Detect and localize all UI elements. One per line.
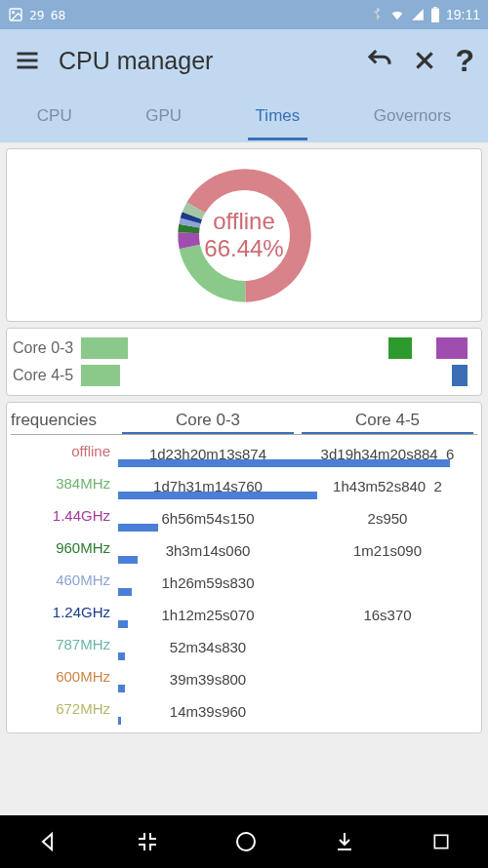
- picture-icon: [8, 7, 23, 22]
- freq-row: 960MHz3h3m14s0601m21s090: [11, 532, 477, 564]
- freq-core03-val: 14m39s960: [118, 697, 298, 720]
- core-seg: [436, 337, 468, 359]
- cores-panel: Core 0-3Core 4-5: [6, 328, 482, 396]
- freq-row: 460MHz1h26m59s830: [11, 564, 477, 596]
- freq-core45-val: 1m21s090: [298, 536, 477, 559]
- undo-icon[interactable]: [365, 46, 394, 75]
- freq-name: 460MHz: [11, 572, 118, 588]
- freq-core45-val: [298, 674, 477, 680]
- core-seg: [81, 365, 120, 386]
- freq-row: 787MHz52m34s830: [11, 628, 477, 660]
- freq-name: offline: [11, 443, 118, 459]
- freq-core45-val: 2s950: [298, 504, 477, 527]
- android-nav-bar: [0, 815, 488, 868]
- core-bar: [81, 337, 475, 359]
- menu-icon[interactable]: [14, 47, 41, 74]
- donut-center-value: 66.44%: [204, 235, 283, 262]
- freq-core03-val: 1h12m25s070: [118, 601, 298, 623]
- freq-name: 672MHz: [11, 700, 118, 717]
- freq-name: 600MHz: [11, 668, 118, 685]
- recent-icon[interactable]: [431, 832, 451, 851]
- status-time: 19:11: [446, 7, 480, 22]
- signal-icon: [411, 8, 425, 21]
- freq-name: 787MHz: [11, 636, 118, 652]
- freq-core03-val: 1d23h20m13s874: [118, 440, 298, 462]
- freq-core03-val: 6h56m54s150: [118, 504, 298, 527]
- freq-core45-val: 1h43m52s840 2: [298, 472, 477, 494]
- page-title: CPU manager: [59, 47, 347, 75]
- freq-name: 960MHz: [11, 539, 118, 556]
- help-icon[interactable]: ?: [455, 43, 474, 79]
- svg-point-9: [237, 833, 255, 850]
- freq-core03-val: 1d7h31m14s760: [118, 472, 298, 494]
- app-bar: CPU manager ?: [0, 29, 488, 92]
- freq-core45-val: [298, 642, 477, 648]
- tab-cpu[interactable]: CPU: [29, 95, 80, 140]
- tab-bar: CPU GPU Times Governors: [0, 92, 488, 142]
- freq-core45-val: [298, 577, 477, 583]
- tab-times[interactable]: Times: [248, 95, 308, 140]
- freq-row: 1.24GHz1h12m25s07016s370: [11, 596, 477, 628]
- close-icon[interactable]: [412, 48, 437, 73]
- donut-panel: offline 66.44%: [6, 148, 482, 322]
- freq-row: 672MHz14m39s960: [11, 692, 477, 725]
- freq-core03-val: 3h3m14s060: [118, 536, 298, 559]
- tab-gpu[interactable]: GPU: [138, 95, 189, 140]
- freq-core03-val: 1h26m59s830: [118, 569, 298, 591]
- status-num-1: 29: [29, 8, 45, 22]
- wifi-icon: [389, 7, 405, 22]
- freq-header: frequencies Core 0-3 Core 4-5: [11, 411, 477, 435]
- freq-name: 384MHz: [11, 475, 118, 492]
- bluetooth-icon: [370, 8, 384, 21]
- content-area: offline 66.44% Core 0-3Core 4-5 frequenc…: [0, 142, 488, 815]
- freq-name: 1.24GHz: [11, 604, 118, 620]
- freq-core03-val: 39m39s800: [118, 665, 298, 688]
- svg-rect-2: [431, 9, 439, 22]
- freq-row: 384MHz1d7h31m14s7601h43m52s840 2: [11, 467, 477, 499]
- download-icon[interactable]: [333, 830, 356, 853]
- freq-row: offline1d23h20m13s8743d19h34m20s884 6: [11, 435, 477, 467]
- status-num-2: 68: [51, 8, 66, 22]
- core-seg: [452, 365, 468, 386]
- core-label: Core 4-5: [13, 367, 81, 384]
- freq-core03-val: 52m34s830: [118, 633, 298, 655]
- svg-point-1: [13, 12, 15, 14]
- core-bar: [81, 365, 475, 386]
- donut-center-label: offline: [204, 208, 283, 235]
- tab-governors[interactable]: Governors: [366, 95, 459, 140]
- freq-header-core03[interactable]: Core 0-3: [122, 411, 294, 434]
- collapse-icon[interactable]: [136, 830, 159, 853]
- svg-rect-3: [433, 7, 436, 9]
- core-seg: [388, 337, 412, 359]
- svg-rect-10: [434, 835, 447, 848]
- battery-icon: [430, 7, 440, 22]
- core-label: Core 0-3: [13, 339, 81, 357]
- freq-core45-val: [298, 706, 477, 712]
- freq-header-freq: frequencies: [11, 411, 118, 430]
- freq-name: 1.44GHz: [11, 507, 118, 524]
- core-seg: [81, 337, 128, 359]
- core-row: Core 4-5: [13, 362, 475, 389]
- home-icon[interactable]: [234, 830, 258, 853]
- status-bar: 29 68 19:11: [0, 0, 488, 29]
- back-icon[interactable]: [37, 830, 61, 853]
- freq-core45-val: 3d19h34m20s884 6: [298, 440, 477, 462]
- core-row: Core 0-3: [13, 335, 475, 362]
- freq-row: 1.44GHz6h56m54s1502s950: [11, 499, 477, 532]
- freq-core45-val: 16s370: [298, 601, 477, 623]
- freq-header-core45[interactable]: Core 4-5: [302, 411, 473, 434]
- freq-row: 600MHz39m39s800: [11, 660, 477, 692]
- freq-panel: frequencies Core 0-3 Core 4-5 offline1d2…: [6, 402, 482, 733]
